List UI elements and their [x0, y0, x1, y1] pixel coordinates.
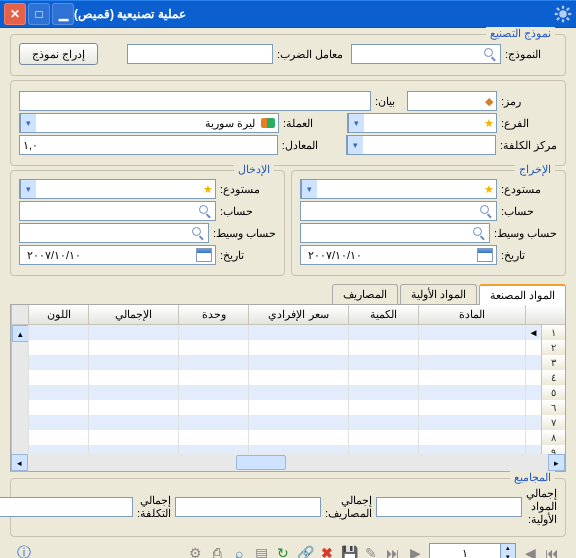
- in-date-input[interactable]: ٢٠٠٧/١٠/١٠: [19, 245, 216, 265]
- out-store-dropdown[interactable]: ★▾: [300, 179, 497, 199]
- maximize-button[interactable]: □: [28, 3, 50, 25]
- nav-prev-icon[interactable]: ◀: [522, 545, 538, 558]
- view-icon[interactable]: ⌕: [231, 545, 247, 558]
- costcenter-dropdown[interactable]: ▾: [346, 135, 496, 155]
- col-unitprice[interactable]: سعر الإفرادي: [248, 305, 348, 324]
- spin-down[interactable]: ▾: [500, 553, 515, 558]
- tab-raw[interactable]: المواد الأولية: [400, 284, 477, 305]
- scroll-up-button[interactable]: ▴: [12, 325, 29, 342]
- out-date-label: تاريخ:: [501, 249, 557, 262]
- table-row[interactable]: ٨: [28, 430, 565, 445]
- spin-up[interactable]: ▴: [500, 544, 515, 553]
- new-icon[interactable]: ✎: [363, 545, 379, 558]
- chevron-down-icon: ▾: [348, 114, 364, 132]
- scroll-right-button[interactable]: ▸: [548, 454, 565, 471]
- minimize-button[interactable]: ▁: [52, 3, 74, 25]
- chevron-down-icon: ▾: [347, 136, 363, 154]
- chevron-down-icon: ▾: [301, 180, 317, 198]
- svg-line-5: [557, 8, 559, 10]
- horizontal-scrollbar[interactable]: ◂ ▸: [11, 454, 565, 471]
- record-spinner[interactable]: ▴▾: [429, 543, 516, 558]
- filter-icon[interactable]: ▤: [253, 545, 269, 558]
- col-unit[interactable]: وحدة: [178, 305, 248, 324]
- table-row[interactable]: ٦: [28, 400, 565, 415]
- out-account-lookup[interactable]: [300, 201, 497, 221]
- branch-label: الفرع:: [501, 117, 557, 130]
- nav-first-icon[interactable]: ⏮: [544, 545, 560, 558]
- table-row[interactable]: ٣: [28, 355, 565, 370]
- search-icon: [198, 204, 212, 218]
- grid-body[interactable]: ◄١٢٣٤٥٦٧٨٩: [28, 325, 565, 472]
- save-icon[interactable]: 💾: [341, 545, 357, 558]
- in-account-label: حساب:: [220, 205, 276, 218]
- star-icon: ★: [482, 117, 496, 130]
- tab-produced[interactable]: المواد المصنعة: [479, 284, 566, 305]
- out-store-label: مستودع:: [501, 183, 557, 196]
- delete-icon[interactable]: ✖: [319, 545, 335, 558]
- calendar-icon: [196, 248, 212, 262]
- table-row[interactable]: ◄١: [28, 325, 565, 340]
- multiplier-input[interactable]: [127, 44, 273, 64]
- record-number[interactable]: [430, 544, 500, 558]
- nav-next-icon[interactable]: ▶: [407, 545, 423, 558]
- exp-total-input[interactable]: [175, 497, 321, 517]
- branch-dropdown[interactable]: ★▾: [347, 113, 497, 133]
- multiplier-label: معامل الضرب:: [277, 48, 347, 61]
- output-title: الإخراج: [515, 163, 555, 176]
- close-button[interactable]: ✕: [4, 3, 26, 25]
- tab-expenses[interactable]: المصاريف: [332, 284, 398, 305]
- totals-title: المجاميع: [510, 471, 555, 484]
- desc-label: بيان:: [375, 95, 403, 108]
- exp-total-label: إجمالي المصاريف:: [325, 494, 372, 520]
- scroll-left-button[interactable]: ◂: [11, 454, 28, 471]
- code-input[interactable]: ◆: [407, 91, 497, 111]
- cost-total-input[interactable]: [0, 497, 133, 517]
- titlebar: ✕ □ ▁ عملية تصنيعية (قميص): [0, 0, 576, 28]
- rate-input[interactable]: [19, 135, 278, 155]
- out-account-label: حساب:: [501, 205, 557, 218]
- raw-total-input[interactable]: [376, 497, 522, 517]
- header-fieldset: رمز: ◆ بيان: الفرع: ★▾ العملة: ليرة سوري…: [10, 80, 566, 166]
- link-icon[interactable]: 🔗: [297, 545, 313, 558]
- refresh-icon[interactable]: ↻: [275, 545, 291, 558]
- search-icon: [479, 204, 493, 218]
- col-material[interactable]: المادة: [418, 305, 525, 324]
- info-icon[interactable]: ⓘ: [16, 545, 32, 558]
- star-icon: ★: [482, 183, 496, 196]
- nav-last-icon[interactable]: ⏭: [385, 545, 401, 558]
- col-color[interactable]: اللون: [28, 305, 88, 324]
- in-store-label: مستودع:: [220, 183, 276, 196]
- in-store-dropdown[interactable]: ★▾: [19, 179, 216, 199]
- raw-total-label: إجمالي المواد الأولية:: [526, 487, 557, 526]
- insert-model-button[interactable]: إدراج نموذج: [19, 43, 98, 65]
- model-lookup[interactable]: [351, 44, 501, 64]
- currency-dropdown[interactable]: ليرة سورية ▾: [19, 113, 279, 133]
- table-row[interactable]: ٧: [28, 415, 565, 430]
- model-label: النموذج:: [505, 48, 557, 61]
- vertical-scrollbar[interactable]: ▴ ▾: [11, 325, 28, 472]
- model-section-title: نموذج التصنيع: [486, 27, 555, 40]
- window-title: عملية تصنيعية (قميص): [74, 7, 544, 21]
- table-row[interactable]: ٥: [28, 385, 565, 400]
- in-midacc-lookup[interactable]: [19, 223, 209, 243]
- col-qty[interactable]: الكمية: [348, 305, 418, 324]
- calendar-icon: [477, 248, 493, 262]
- grid-header: اللون الإجمالي وحدة سعر الإفرادي الكمية …: [11, 305, 565, 325]
- out-date-input[interactable]: ٢٠٠٧/١٠/١٠: [300, 245, 497, 265]
- cost-total-label: إجمالي التكلفة:: [137, 494, 171, 520]
- costcenter-label: مركز الكلفة:: [500, 139, 557, 152]
- in-account-lookup[interactable]: [19, 201, 216, 221]
- col-total[interactable]: الإجمالي: [88, 305, 178, 324]
- out-midacc-lookup[interactable]: [300, 223, 490, 243]
- rate-label: المعادل:: [282, 139, 318, 152]
- code-label: رمز:: [501, 95, 557, 108]
- star-icon: ★: [201, 183, 215, 196]
- in-date-label: تاريخ:: [220, 249, 276, 262]
- table-row[interactable]: ٤: [28, 370, 565, 385]
- print-icon[interactable]: ⎙: [209, 545, 225, 558]
- table-row[interactable]: ٢: [28, 340, 565, 355]
- chevron-down-icon: ▾: [20, 180, 36, 198]
- materials-grid[interactable]: اللون الإجمالي وحدة سعر الإفرادي الكمية …: [10, 304, 566, 472]
- desc-input[interactable]: [19, 91, 371, 111]
- settings-icon[interactable]: ⚙: [187, 545, 203, 558]
